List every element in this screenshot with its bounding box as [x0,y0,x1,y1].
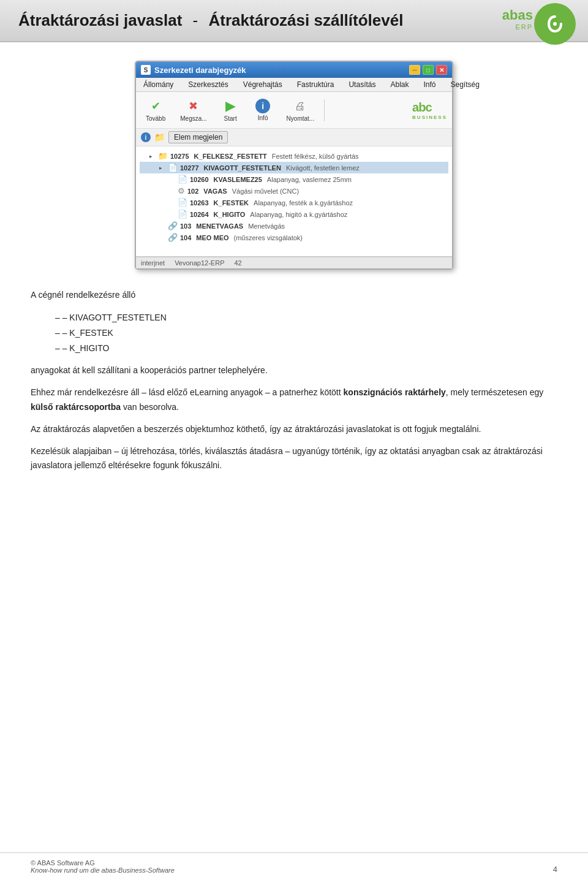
tree-item[interactable]: 📄 10260 KVASLEMEZ25 Alapanyag, vaslemez … [140,173,448,185]
page-title: Átraktározási javaslat - Átraktározási s… [18,11,403,30]
menu-allomany[interactable]: Állomány [141,79,176,90]
menu-fastruktúra[interactable]: Fastruktúra [295,79,337,90]
info-icon: i [255,99,270,113]
dialog-toolbar: ✔ Tovább ✖ Megsza... ▶ Start i Infó 🖨 Ny… [136,92,452,129]
x-icon: ✖ [186,98,202,114]
para2-post1: , mely természetesen egy [446,387,544,397]
para2-post2: van besorolva. [121,402,179,412]
menu-vegrehajtas[interactable]: Végrehajtás [241,79,285,90]
elem-megjelen-button[interactable]: Elem megjelen [168,131,228,143]
list-item-2: – – K_FESTEK [55,328,113,338]
menu-szerkesztes[interactable]: Szerkesztés [186,79,230,90]
body-paragraph3: Az átraktározás alapvetően a beszerzés o… [31,422,557,437]
body-intro: A cégnél rendelkezésre álló [31,288,557,303]
body-list: – – KIVAGOTT_FESTETLEN – – K_FESTEK – – … [43,310,557,357]
megsza-button[interactable]: ✖ Megsza... [175,96,211,124]
folder-tree-icon: 📁 [158,151,168,161]
list-item-1: – – KIVAGOTT_FESTETLEN [55,313,167,322]
page-header: Átraktározási javaslat - Átraktározási s… [0,0,588,42]
page-footer: © ABAS Software AG Know-how rund um die … [0,852,588,880]
body-text: A cégnél rendelkezésre álló – – KIVAGOTT… [31,288,557,473]
menu-segitseg[interactable]: Segítség [448,79,482,90]
doc-tree-icon: 📄 [178,198,187,207]
doc-tree-icon: 📄 [168,163,178,172]
footer-left: © ABAS Software AG Know-how rund um die … [31,859,175,874]
link-tree-icon: 🔗 [168,221,178,230]
menu-utasitas[interactable]: Utasítás [346,79,378,90]
status-num: 42 [234,259,241,267]
window-controls[interactable]: ─ □ ✕ [409,65,447,75]
body-paragraph2: Ehhez már rendelkezésre áll – lásd előző… [31,385,557,415]
dialog-title: Szerkezeti darabjegyzék [154,66,246,75]
status-db: Vevonap12-ERP [175,259,224,267]
svg-point-0 [553,22,557,26]
menu-info[interactable]: Infó [421,79,439,90]
megsza-label: Megsza... [180,115,206,122]
start-label: Start [224,115,237,122]
footer-company: © ABAS Software AG [31,859,175,867]
dialog-statusbar: interjnet Vevonap12-ERP 42 [136,257,452,268]
tree-item[interactable]: ▸ 📄 10277 KIVAGOTT_FESTETLEN Kivágott, f… [140,162,448,173]
list-item-3: – – K_HIGITO [55,343,109,353]
tree-item[interactable]: ⚙ 102 VAGAS Vágási művelet (CNC) [140,185,448,197]
title-part2: Átraktározási szállítólevél [209,11,404,29]
para2-bold1: konszignációs raktárhely [344,387,446,397]
menu-ablak[interactable]: Ablak [388,79,411,90]
tree-arrow: ▸ [159,165,165,171]
tree-item[interactable]: 📄 10264 K_HIGITO Alapanyag, higitó a k.g… [140,208,448,220]
para2-pre: Ehhez már rendelkezésre áll – lásd előző… [31,387,344,397]
elem-megjelen-label: Elem megjelen [174,133,222,142]
status-server: interjnet [141,259,165,267]
tree-arrow: ▸ [149,153,156,159]
footer-tagline: Know-how rund um die abas-Business-Softw… [31,867,175,874]
tovabb-button[interactable]: ✔ Tovább [141,96,170,124]
title-part1: Átraktározási javaslat [18,11,182,29]
logo-text: abas [502,7,533,23]
tree-item[interactable]: 📄 10263 K_FESTEK Alapanyag, festék a k.g… [140,197,448,208]
dialog-toolbar2: i 📁 Elem megjelen [136,129,452,146]
nyomtat-label: Nyomtat... [287,115,315,122]
abas-small-logo: abc BUSINESS [412,101,447,120]
gear-tree-icon: ⚙ [178,186,185,195]
body-list-suffix: anyagokat át kell szállítani a kooperáci… [31,363,557,378]
doc-tree-icon: 📄 [178,175,187,184]
tree-item[interactable]: 🔗 104 MEO MEO (műszeres vizsgálatok) [140,232,448,243]
nyomtat-button[interactable]: 🖨 Nyomtat... [282,96,320,124]
maximize-button[interactable]: □ [423,65,434,75]
tree-item[interactable]: 🔗 103 MENETVAGAS Menetvágás [140,220,448,232]
folder-icon: 📁 [154,132,165,142]
info-label: Infó [258,115,268,121]
titlebar-left: S Szerkezeti darabjegyzék [141,65,246,75]
dialog-icon: S [141,65,151,75]
tovabb-label: Tovább [146,115,165,122]
close-button[interactable]: ✕ [436,65,447,75]
logo-erp: ERP [502,23,533,31]
windows-dialog: S Szerkezeti darabjegyzék ─ □ ✕ Állomány… [135,61,453,270]
play-icon: ▶ [222,98,238,114]
info-icon-small: i [141,132,151,142]
toolbar-separator [324,99,325,121]
para2-bold2: külső raktárcsoportba [31,402,121,412]
dialog-menubar[interactable]: Állomány Szerkesztés Végrehajtás Fastruk… [136,78,452,92]
start-button[interactable]: ▶ Start [217,96,244,124]
intro-label: A cégnél rendelkezésre álló [31,290,135,300]
minimize-button[interactable]: ─ [409,65,420,75]
logo-circle [534,3,576,45]
print-icon: 🖨 [292,98,308,114]
doc-tree-icon: 📄 [178,210,187,219]
abas-logo: abas ERP [502,7,533,31]
page-content: S Szerkezeti darabjegyzék ─ □ ✕ Állomány… [0,42,588,504]
body-paragraph4: Kezelésük alapjaiban – új létrehozása, t… [31,444,557,474]
dialog-tree: ▸ 📁 10275 K_FELKESZ_FESTETT Festett félk… [136,146,452,257]
footer-page: 4 [553,865,557,874]
check-icon: ✔ [148,98,164,114]
tree-item[interactable]: ▸ 📁 10275 K_FELKESZ_FESTETT Festett félk… [140,150,448,162]
dialog-titlebar: S Szerkezeti darabjegyzék ─ □ ✕ [136,62,452,78]
title-dash: - [193,11,203,29]
link-tree-icon: 🔗 [168,233,178,242]
logo-circle-icon [543,12,567,36]
info-button[interactable]: i Infó [249,96,277,124]
